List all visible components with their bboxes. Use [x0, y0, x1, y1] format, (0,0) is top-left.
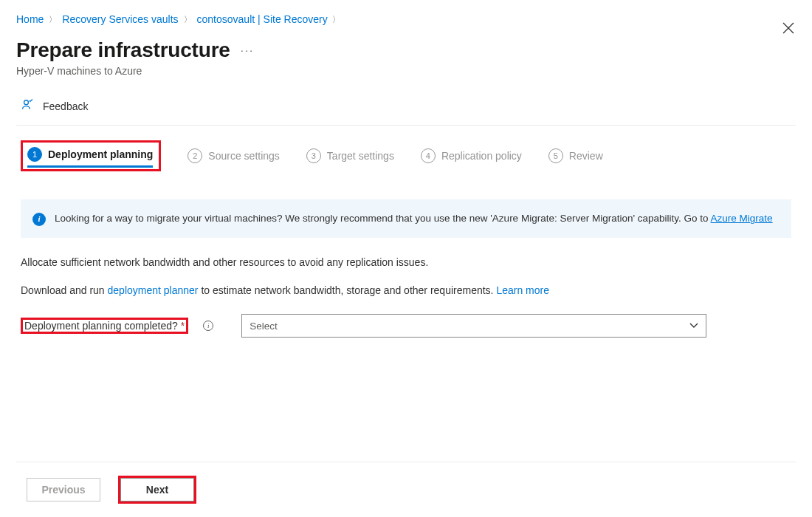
chevron-down-icon	[689, 321, 698, 331]
deployment-planning-select[interactable]: Select	[241, 314, 706, 338]
wizard-steps: 1 Deployment planning 2 Source settings …	[16, 126, 796, 179]
page-title: Prepare infrastructure	[16, 38, 230, 62]
azure-migrate-link[interactable]: Azure Migrate	[711, 213, 773, 224]
tab-content: i Looking for a way to migrate your virt…	[16, 199, 796, 338]
body-para-1: Allocate sufficient network bandwidth an…	[21, 256, 791, 270]
step-number-icon: 2	[187, 148, 202, 163]
chevron-right-icon: 〉	[332, 14, 340, 25]
text-fragment: to estimate network bandwidth, storage a…	[199, 284, 497, 296]
step-number-icon: 3	[306, 148, 321, 163]
field-deployment-planning: Deployment planning completed? * i Selec…	[21, 314, 791, 338]
breadcrumb-vaults[interactable]: Recovery Services vaults	[62, 13, 178, 25]
breadcrumb-vault-detail[interactable]: contosovault | Site Recovery	[197, 13, 328, 25]
info-tooltip-icon[interactable]: i	[203, 321, 213, 331]
breadcrumb-home[interactable]: Home	[16, 13, 44, 25]
tab-source-settings[interactable]: 2 Source settings	[187, 148, 280, 163]
body-para-2: Download and run deployment planner to e…	[21, 284, 791, 298]
feedback-label: Feedback	[43, 100, 88, 112]
step-label: Deployment planning	[48, 148, 153, 160]
wizard-footer: Previous Next	[16, 462, 796, 504]
tab-review[interactable]: 5 Review	[548, 148, 603, 163]
required-indicator: *	[181, 320, 185, 332]
step-number-icon: 5	[548, 148, 563, 163]
feedback-button[interactable]: Feedback	[16, 95, 796, 125]
step-label: Review	[569, 150, 603, 162]
text-fragment: Download and run	[21, 284, 108, 296]
svg-point-2	[24, 100, 29, 105]
step-label: Target settings	[327, 150, 394, 162]
tab-target-settings[interactable]: 3 Target settings	[306, 148, 394, 163]
select-placeholder: Select	[250, 321, 278, 332]
learn-more-link[interactable]: Learn more	[496, 284, 549, 296]
field-label: Deployment planning completed?	[24, 320, 178, 332]
info-banner: i Looking for a way to migrate your virt…	[21, 199, 791, 238]
previous-button: Previous	[27, 478, 100, 501]
chevron-right-icon: 〉	[183, 14, 193, 25]
tab-deployment-planning[interactable]: 1 Deployment planning	[27, 147, 153, 162]
feedback-icon	[21, 97, 35, 114]
breadcrumb: Home 〉 Recovery Services vaults 〉 contos…	[16, 13, 796, 25]
more-actions-button[interactable]: ···	[241, 44, 255, 58]
chevron-right-icon: 〉	[48, 14, 58, 25]
info-icon: i	[32, 213, 46, 226]
next-button[interactable]: Next	[120, 478, 194, 501]
step-label: Source settings	[208, 150, 280, 162]
page-subtitle: Hyper-V machines to Azure	[16, 65, 796, 77]
step-number-icon: 1	[27, 147, 42, 162]
info-text: Looking for a way to migrate your virtua…	[55, 213, 711, 224]
deployment-planner-link[interactable]: deployment planner	[108, 284, 199, 296]
step-number-icon: 4	[421, 148, 436, 163]
step-label: Replication policy	[441, 150, 522, 162]
tab-replication-policy[interactable]: 4 Replication policy	[421, 148, 522, 163]
close-button[interactable]	[782, 22, 794, 36]
